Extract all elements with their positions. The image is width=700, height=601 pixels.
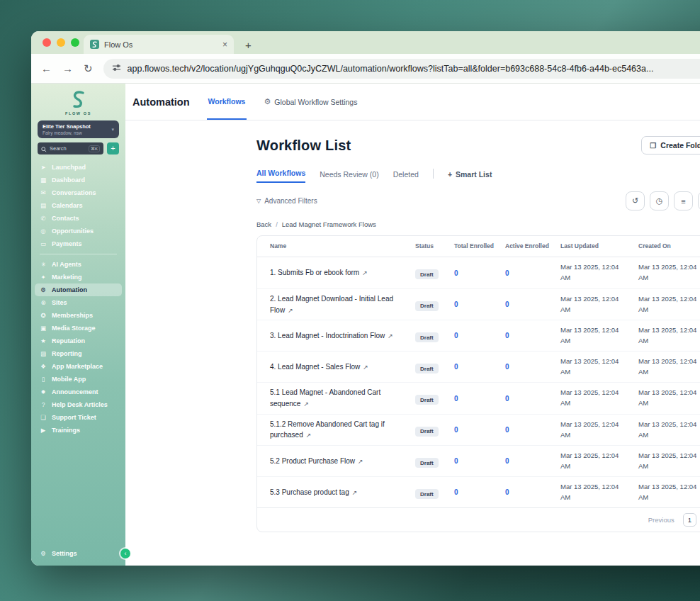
table-row[interactable]: 4. Lead Magnet - Sales Flow↗ Draft 0 0 M…	[257, 351, 700, 382]
workflow-name-link[interactable]: 4. Lead Magnet - Sales Flow	[270, 363, 360, 371]
workflow-name-link[interactable]: 5.1.2 Remove Abandoned Cart tag if purch…	[270, 420, 385, 439]
create-folder-button[interactable]: ❐ Create Folder	[641, 136, 700, 155]
sidebar-item-reporting[interactable]: ▨ Reporting	[31, 347, 125, 360]
sidebar-item-launchpad[interactable]: ➤ Launchpad	[31, 161, 125, 174]
sidebar-item-contacts[interactable]: ✆ Contacts	[31, 212, 125, 225]
history-icon: ↺	[632, 196, 638, 206]
active-enrolled-value[interactable]: 0	[505, 332, 560, 339]
active-enrolled-value[interactable]: 0	[505, 363, 560, 371]
external-link-icon[interactable]: ↗	[352, 489, 358, 496]
sidebar-item-marketing[interactable]: ✦ Marketing	[31, 271, 125, 283]
active-enrolled-value[interactable]: 0	[505, 269, 560, 277]
quick-add-button[interactable]: +	[107, 142, 119, 155]
sidebar-collapse-toggle[interactable]: ‹	[120, 549, 130, 558]
workflow-name-link[interactable]: 1. Submits Fb or ebook form	[270, 269, 359, 276]
tab-global-workflow-settings[interactable]: ⚙ Global Workflow Settings	[264, 84, 357, 120]
active-enrolled-value[interactable]: 0	[505, 300, 560, 308]
total-enrolled-value[interactable]: 0	[454, 300, 505, 308]
sidebar-item-sites[interactable]: ⊕ Sites	[31, 296, 125, 309]
active-enrolled-value[interactable]: 0	[505, 395, 560, 403]
table-row[interactable]: 5.2 Product Purchase Flow↗ Draft 0 0 Mar…	[257, 445, 700, 476]
forward-icon[interactable]: →	[62, 63, 73, 74]
tab-needs-review[interactable]: Needs Review (0)	[320, 170, 378, 183]
url-field[interactable]: app.flowos.tech/v2/location/ugjYgGuhqguQ…	[103, 59, 700, 79]
column-header-last-updated[interactable]: Last Updated	[560, 242, 638, 250]
sidebar-item-reputation[interactable]: ★ Reputation	[31, 335, 125, 347]
new-tab-button[interactable]: +	[245, 40, 252, 50]
workflow-name-link[interactable]: 5.3 Purchase product tag	[270, 488, 349, 496]
sidebar-item-ai-agents[interactable]: ✳ AI Agents	[31, 258, 125, 271]
schedule-button[interactable]: ◷	[650, 191, 669, 210]
sidebar-item-app-marketplace[interactable]: ❖ App Marketplace	[31, 360, 125, 373]
last-updated-value: Mar 13 2025, 12:04 AM	[560, 262, 638, 283]
total-enrolled-value[interactable]: 0	[454, 457, 505, 465]
external-link-icon[interactable]: ↗	[363, 364, 368, 371]
site-settings-icon[interactable]	[112, 62, 121, 75]
active-enrolled-value[interactable]: 0	[505, 457, 560, 465]
sidebar-item-payments[interactable]: ▭ Payments	[31, 237, 125, 250]
external-link-icon[interactable]: ↗	[362, 269, 368, 276]
breadcrumb-back[interactable]: Back	[256, 220, 271, 228]
external-link-icon[interactable]: ↗	[388, 332, 393, 339]
tab-close-icon[interactable]: ×	[222, 40, 227, 50]
sidebar-item-mobile-app[interactable]: ▯ Mobile App	[31, 373, 125, 386]
external-link-icon[interactable]: ↗	[306, 432, 312, 439]
sidebar-item-settings[interactable]: ⚙ Settings	[31, 547, 125, 560]
total-enrolled-value[interactable]: 0	[454, 332, 505, 339]
table-row[interactable]: 2. Lead Magnet Download - Initial Lead F…	[257, 288, 700, 320]
search-input[interactable]: Search ⌘K	[38, 142, 103, 155]
total-enrolled-value[interactable]: 0	[454, 269, 505, 277]
total-enrolled-value[interactable]: 0	[454, 363, 505, 371]
table-row[interactable]: 5.1 Lead Magnet - Abandoned Cart sequenc…	[257, 382, 700, 413]
sidebar-item-media-storage[interactable]: ▣ Media Storage	[31, 322, 125, 335]
sidebar-item-memberships[interactable]: ✪ Memberships	[31, 309, 125, 322]
workflow-name-link[interactable]: 5.1 Lead Magnet - Abandoned Cart sequenc…	[270, 388, 380, 408]
column-header-name[interactable]: Name	[270, 242, 415, 250]
external-link-icon[interactable]: ↗	[358, 458, 363, 465]
history-button[interactable]: ↺	[626, 191, 645, 210]
previous-page-button[interactable]: Previous	[648, 516, 674, 524]
search-icon	[41, 142, 47, 155]
total-enrolled-value[interactable]: 0	[454, 488, 505, 496]
workflow-name-link[interactable]: 5.2 Product Purchase Flow	[270, 457, 355, 465]
page-number-button[interactable]: 1	[683, 513, 696, 527]
sidebar-item-announcement[interactable]: ✸ Announcement	[31, 386, 125, 398]
table-row[interactable]: 1. Submits Fb or ebook form↗ Draft 0 0 M…	[257, 257, 700, 288]
sidebar-item-calendars[interactable]: ▤ Calendars	[31, 199, 125, 212]
external-link-icon[interactable]: ↗	[288, 307, 293, 314]
sidebar-item-trainings[interactable]: ▶ Trainings	[31, 424, 125, 437]
browser-tab[interactable]: Flow Os ×	[84, 35, 234, 54]
table-row[interactable]: 5.3 Purchase product tag↗ Draft 0 0 Mar …	[257, 476, 700, 507]
list-view-button[interactable]: ≡	[674, 191, 693, 210]
column-header-status[interactable]: Status	[415, 242, 454, 250]
external-link-icon[interactable]: ↗	[303, 400, 309, 408]
smart-list-button[interactable]: + Smart List	[448, 170, 492, 183]
zoom-window-button[interactable]	[71, 38, 79, 47]
sidebar-item-automation[interactable]: ⚙ Automation	[35, 283, 122, 296]
column-header-active-enrolled[interactable]: Active Enrolled	[505, 242, 560, 250]
tab-all-workflows[interactable]: All Workflows	[256, 169, 305, 183]
column-header-total-enrolled[interactable]: Total Enrolled	[454, 242, 505, 250]
close-window-button[interactable]	[43, 38, 51, 47]
sidebar-item-help-desk-articles[interactable]: ? Help Desk Articles	[31, 398, 125, 411]
sidebar-item-support-ticket[interactable]: ❏ Support Ticket	[31, 411, 125, 424]
back-icon[interactable]: ←	[41, 63, 52, 74]
sidebar-item-dashboard[interactable]: ▦ Dashboard	[31, 174, 125, 186]
workflow-name-link[interactable]: 3. Lead Magnet - Indoctrination Flow	[270, 332, 385, 339]
sidebar-item-conversations[interactable]: ✉ Conversations	[31, 186, 125, 199]
sidebar-item-opportunities[interactable]: ◎ Opportunities	[31, 225, 125, 237]
tab-workflows[interactable]: Workflows	[207, 84, 247, 120]
advanced-filters-button[interactable]: ▽ Advanced Filters	[256, 197, 317, 205]
active-enrolled-value[interactable]: 0	[505, 488, 560, 496]
account-switcher[interactable]: Elite Tier Snapshot Fairy meadow, nsw ▾	[38, 120, 119, 138]
table-row[interactable]: 5.1.2 Remove Abandoned Cart tag if purch…	[257, 414, 700, 445]
total-enrolled-value[interactable]: 0	[454, 395, 505, 403]
reload-icon[interactable]: ↻	[84, 63, 93, 74]
total-enrolled-value[interactable]: 0	[454, 426, 505, 434]
tab-deleted[interactable]: Deleted	[393, 170, 419, 183]
table-row[interactable]: 3. Lead Magnet - Indoctrination Flow↗ Dr…	[257, 320, 700, 351]
active-enrolled-value[interactable]: 0	[505, 426, 560, 434]
column-header-created-on[interactable]: Created On	[638, 242, 700, 250]
minimize-window-button[interactable]	[57, 38, 65, 47]
sidebar: FLOW OS Elite Tier Snapshot Fairy meadow…	[31, 84, 125, 566]
